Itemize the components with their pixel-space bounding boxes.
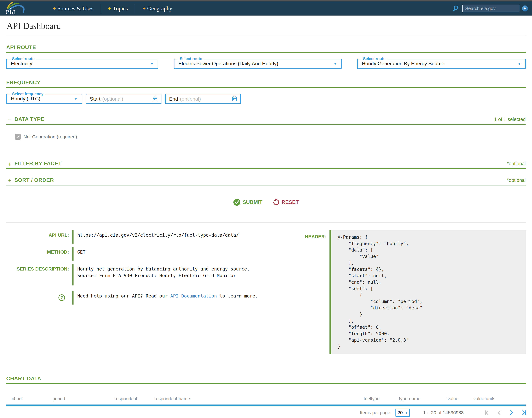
route-select-1[interactable]: Select route Electricity ▼ <box>6 59 158 69</box>
reset-rotate-icon <box>272 199 279 206</box>
nav-separator <box>101 4 101 13</box>
dropdown-arrow-icon: ▼ <box>514 61 521 66</box>
method-value: GET <box>74 247 85 261</box>
eia-logo-text: eia <box>5 6 16 15</box>
route-select-3-value: Hourly Generation By Energy Source <box>362 61 444 67</box>
main-content: API Dashboard API ROUTE Select route Ele… <box>0 21 532 418</box>
net-generation-checkbox-row[interactable]: Net Generation (required) <box>15 134 526 140</box>
api-url-value: https://api.eia.gov/v2/electricity/rto/f… <box>74 230 239 244</box>
section-filter-by-facet-header: + FILTER BY FACET *optional <box>6 160 526 169</box>
start-date-placeholder: (optional) <box>102 96 123 102</box>
first-page-button[interactable] <box>481 410 493 416</box>
method-label: METHOD: <box>6 247 69 261</box>
play-arrow-icon <box>524 7 526 10</box>
section-frequency-header: FREQUENCY <box>6 79 526 88</box>
x-params-code-block: X-Params: { "frequency": "hourly", "data… <box>330 230 526 354</box>
items-per-page-label: Items per page: <box>360 410 392 415</box>
col-header-period: period <box>49 396 111 401</box>
dropdown-arrow-icon: ▼ <box>71 97 78 101</box>
table-paginator: Items per page: 20 ▼ 1 – 20 of 14536983 <box>0 407 532 418</box>
section-title: FREQUENCY <box>6 79 40 85</box>
dropdown-arrow-icon: ▼ <box>405 411 408 415</box>
green-bar <box>72 247 74 261</box>
section-api-route-header: API ROUTE <box>6 44 526 53</box>
items-per-page-select[interactable]: 20 ▼ <box>396 409 410 417</box>
api-help-row: ? Need help using our API? Read our API … <box>6 291 305 304</box>
series-description-value: Hourly net generation by balancing autho… <box>74 264 250 285</box>
previous-page-button[interactable] <box>493 410 505 416</box>
green-bar <box>72 264 74 285</box>
nav-item-sources-uses[interactable]: + Sources & Uses <box>53 5 93 12</box>
help-text-after: to learn more. <box>217 293 258 299</box>
help-text-before: Need help using our API? Read our <box>77 293 170 299</box>
plus-icon: + <box>143 5 146 12</box>
search-submit-button[interactable] <box>522 5 528 12</box>
reset-label: RESET <box>281 199 299 205</box>
last-page-icon <box>521 410 527 416</box>
expand-plus-icon[interactable]: + <box>8 162 14 166</box>
table-header-divider <box>6 405 526 406</box>
submit-button[interactable]: SUBMIT <box>233 199 263 206</box>
section-data-type-header: − DATA TYPE 1 of 1 selected <box>6 116 526 125</box>
start-date-input[interactable]: Start (optional) <box>86 94 161 104</box>
search-input[interactable] <box>462 5 520 12</box>
dropdown-arrow-icon: ▼ <box>330 61 337 66</box>
eia-logo[interactable]: eia <box>4 2 28 15</box>
table-header-row: chart period respondent respondent-name … <box>6 396 526 405</box>
green-bar <box>72 230 74 244</box>
reset-button[interactable]: RESET <box>272 199 299 206</box>
calendar-icon[interactable] <box>232 96 237 102</box>
svg-text:?: ? <box>60 295 63 300</box>
section-title: FILTER BY FACET <box>14 160 62 166</box>
check-circle-icon <box>233 199 240 206</box>
section-sort-order-header: + SORT / ORDER *optional <box>6 177 526 186</box>
col-header-chart: chart <box>6 396 49 401</box>
col-header-type-name: type-name <box>396 396 444 401</box>
route-select-2-value: Electric Power Operations (Daily And Hou… <box>178 61 278 67</box>
nav-item-topics[interactable]: + Topics <box>108 5 128 12</box>
frequency-select[interactable]: Select frequency Hourly (UTC) ▼ <box>6 94 82 104</box>
checkbox-label: Net Generation (required) <box>23 134 77 139</box>
method-row: METHOD: GET <box>6 247 305 261</box>
last-page-button[interactable] <box>518 410 530 416</box>
request-left-column: API URL: https://api.eia.gov/v2/electric… <box>6 230 305 354</box>
selected-count-label: 1 of 1 selected <box>494 116 526 122</box>
checked-checkbox-icon[interactable] <box>15 134 21 140</box>
nav-item-label: Topics <box>113 5 128 12</box>
section-divider <box>6 222 526 223</box>
api-url-row: API URL: https://api.eia.gov/v2/electric… <box>6 230 305 244</box>
end-date-input[interactable]: End (optional) <box>165 94 241 104</box>
request-header-column: HEADER: X-Params: { "frequency": "hourly… <box>305 230 526 354</box>
next-page-button[interactable] <box>505 410 518 416</box>
series-description-row: SERIES DESCRIPTION: Hourly net generatio… <box>6 264 305 285</box>
route-select-3[interactable]: Select route Hourly Generation By Energy… <box>357 59 526 69</box>
section-title: API ROUTE <box>6 44 36 50</box>
end-date-label: End <box>169 96 178 102</box>
api-url-label: API URL: <box>6 230 69 244</box>
optional-label: *optional <box>507 161 526 166</box>
col-header-fueltype: fueltype <box>361 396 396 401</box>
nav-separator <box>135 4 135 13</box>
col-header-value: value <box>444 396 470 401</box>
first-page-icon <box>484 410 490 416</box>
frequency-select-value: Hourly (UTC) <box>11 96 40 102</box>
section-title: SORT / ORDER <box>14 177 54 183</box>
request-details: API URL: https://api.eia.gov/v2/electric… <box>6 230 526 354</box>
plus-icon: + <box>53 5 56 12</box>
collapse-minus-icon[interactable]: − <box>8 117 14 122</box>
nav-item-geography[interactable]: + Geography <box>143 5 172 12</box>
help-icon: ? <box>6 291 69 304</box>
page-title: API Dashboard <box>7 21 526 31</box>
items-per-page-value: 20 <box>398 410 403 415</box>
select-floating-label: Select frequency <box>10 92 45 96</box>
api-documentation-link[interactable]: API Documentation <box>170 293 217 299</box>
top-nav: eia + Sources & Uses + Topics + Geograph… <box>0 1 532 15</box>
series-description-label: SERIES DESCRIPTION: <box>6 264 69 285</box>
submit-label: SUBMIT <box>243 199 263 205</box>
search-icon <box>453 5 460 12</box>
route-select-2[interactable]: Select route Electric Power Operations (… <box>174 59 342 69</box>
expand-plus-icon[interactable]: + <box>8 178 14 183</box>
header-label: HEADER: <box>305 230 326 239</box>
calendar-icon[interactable] <box>153 96 157 102</box>
col-header-respondent-name: respondent-name <box>151 396 361 401</box>
